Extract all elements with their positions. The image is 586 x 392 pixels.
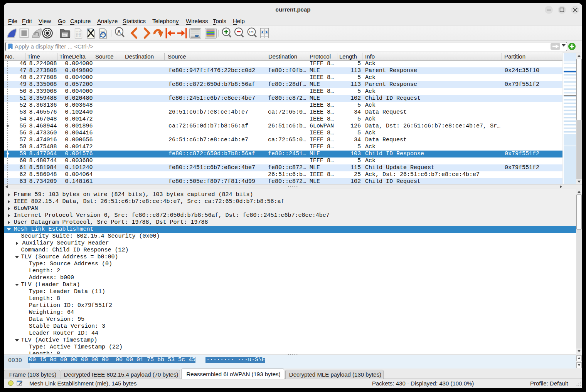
svg-text:1:1: 1:1: [249, 30, 254, 34]
svg-text:0111: 0111: [76, 35, 82, 38]
svg-text:A: A: [117, 29, 121, 35]
